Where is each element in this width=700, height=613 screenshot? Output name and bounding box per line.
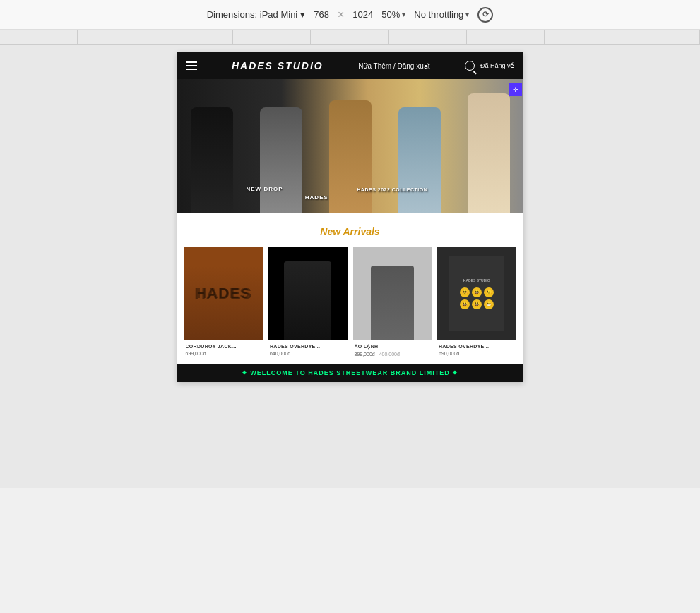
dimensions-chevron: ▾ [300, 9, 305, 20]
product-figure-3 [371, 270, 414, 340]
hero-figure-5 [457, 79, 519, 213]
toolbar: Dimensions: iPad Mini ▾ 768 × 1024 50% ▾… [0, 0, 700, 30]
site-logo[interactable]: HADES STUDIO [232, 60, 324, 71]
price-current-2: 640,000đ [270, 351, 290, 356]
smiley-6: 😁 [484, 299, 494, 309]
tab-marker-6 [389, 30, 467, 44]
footer-text: ✦ WELLCOME TO HADES STREETWEAR BRAND LIM… [242, 369, 458, 376]
price-current-4: 690,000đ [439, 351, 459, 356]
product-card-4[interactable]: HADES STUDIO 😊 😄 🙂 😀 😃 😁 [437, 247, 516, 357]
hero-figure-3 [319, 79, 381, 213]
figure-silhouette-1 [191, 107, 233, 213]
zoom-value: 50% [381, 9, 400, 20]
dimensions-label: Dimensions: iPad Mini [207, 9, 298, 20]
smiley-1: 😊 [460, 287, 470, 297]
hero-text-collection: HADES 2022 COLLECTION [357, 187, 427, 192]
product-image-3 [353, 247, 432, 340]
height-input[interactable]: 1024 [352, 9, 373, 20]
product-name-2: HADES OVERDYE... [270, 344, 346, 349]
dimensions-control[interactable]: Dimensions: iPad Mini ▾ [207, 9, 306, 20]
product-image-4: HADES STUDIO 😊 😄 🙂 😀 😃 😁 [437, 247, 516, 340]
product-name-3: ÁO LẠNH [355, 344, 431, 350]
product-card-2[interactable]: HADES OVERDYE... 640,000đ [268, 247, 348, 357]
product-inner-4: HADES STUDIO 😊 😄 🙂 😀 😃 😁 [449, 256, 504, 331]
cart-link[interactable]: Đã Hàng về [480, 62, 515, 69]
smiley-5: 😃 [472, 299, 482, 309]
width-input[interactable]: 768 [314, 9, 329, 20]
product-price-4: 690,000đ [439, 351, 515, 356]
smiley-2: 😄 [472, 287, 482, 297]
product-info-3: ÁO LẠNH 399,000đ 400,000đ [353, 344, 432, 357]
product-logo-1: HADES [197, 285, 250, 302]
price-current-3: 399,000đ [355, 352, 375, 357]
product-info-2: HADES OVERDYE... 640,000đ [268, 344, 348, 356]
search-icon[interactable] [465, 61, 475, 71]
smiley-grid: 😊 😄 🙂 😀 😃 😁 [460, 287, 494, 309]
zoom-chevron: ▾ [402, 11, 405, 18]
product-price-3: 399,000đ 400,000đ [355, 352, 431, 357]
tab-marker-5 [311, 30, 388, 44]
new-arrivals-section: New Arrivals HADES CORDUROY JACK... 699,… [177, 213, 523, 364]
smiley-4: 😀 [460, 299, 470, 309]
nav-links: Nữa Thêm / Đăng xuất [358, 62, 429, 70]
site-nav: HADES STUDIO Nữa Thêm / Đăng xuất Đã Hàn… [177, 52, 523, 79]
product-image-2 [268, 247, 348, 340]
tab-marker-4 [233, 30, 311, 44]
hamburger-menu[interactable] [186, 61, 197, 70]
tab-bar [0, 30, 700, 45]
hamburger-line-1 [186, 61, 197, 63]
figure-silhouette-4 [398, 107, 441, 213]
tab-marker-9 [622, 30, 700, 44]
nav-right: Đã Hàng về [465, 61, 515, 71]
product-name-4: HADES OVERDYE... [439, 344, 515, 349]
price-old-3: 400,000đ [379, 352, 400, 357]
hero-figure-2 [249, 79, 312, 213]
product-price-1: 699,000đ [186, 351, 262, 356]
hero-figures [177, 79, 523, 213]
section-title: New Arrivals [184, 226, 516, 237]
product-image-1: HADES [184, 247, 263, 340]
product-card-3[interactable]: ÁO LẠNH 399,000đ 400,000đ [353, 247, 432, 357]
zoom-control[interactable]: 50% ▾ [381, 9, 405, 20]
tab-marker-1 [0, 30, 78, 44]
hero-text-newdrop: NEW DROP [247, 186, 283, 192]
website-frame: HADES STUDIO Nữa Thêm / Đăng xuất Đã Hàn… [177, 52, 523, 382]
hamburger-line-3 [186, 69, 197, 70]
product-brand-text: HADES STUDIO [463, 278, 490, 282]
figure-silhouette-2 [260, 107, 302, 213]
footer-banner: ✦ WELLCOME TO HADES STREETWEAR BRAND LIM… [177, 364, 523, 382]
hamburger-line-2 [186, 65, 197, 66]
product-figure-2 [288, 270, 328, 340]
product-info-4: HADES OVERDYE... 690,000đ [437, 344, 516, 356]
hero-figure-1 [180, 79, 242, 213]
hero-text-hades: HADES [305, 194, 328, 201]
hero-figure-4 [388, 79, 450, 213]
rotate-button[interactable]: ⟳ [477, 7, 493, 23]
tab-marker-3 [155, 30, 233, 44]
dimension-separator: × [338, 8, 344, 21]
throttling-value: No throttling [414, 9, 463, 20]
bottom-area [0, 403, 700, 488]
hero-banner: NEW DROP HADES HADES 2022 COLLECTION ✛ [177, 79, 523, 213]
tab-marker-8 [545, 30, 622, 44]
figure-silhouette-3 [329, 100, 372, 213]
products-grid: HADES CORDUROY JACK... 699,000đ [184, 247, 516, 357]
product-card-1[interactable]: HADES CORDUROY JACK... 699,000đ [184, 247, 263, 357]
product-name-1: CORDUROY JACK... [186, 344, 262, 349]
figure-silhouette-5 [468, 93, 510, 213]
height-value: 1024 [352, 9, 373, 20]
tab-marker-2 [78, 30, 155, 44]
product-info-1: CORDUROY JACK... 699,000đ [184, 344, 263, 356]
product-price-2: 640,000đ [270, 351, 346, 356]
price-current-1: 699,000đ [186, 351, 206, 356]
smiley-3: 🙂 [484, 287, 494, 297]
figure-head-2 [303, 276, 313, 286]
throttling-control[interactable]: No throttling ▾ [414, 9, 469, 20]
tab-marker-7 [467, 30, 545, 44]
width-value: 768 [314, 9, 329, 20]
nav-link-1[interactable]: Nữa Thêm / Đăng xuất [358, 62, 429, 70]
expand-icon[interactable]: ✛ [509, 83, 522, 96]
throttling-chevron: ▾ [465, 11, 469, 18]
page-area: HADES STUDIO Nữa Thêm / Đăng xuất Đã Hàn… [0, 45, 700, 403]
